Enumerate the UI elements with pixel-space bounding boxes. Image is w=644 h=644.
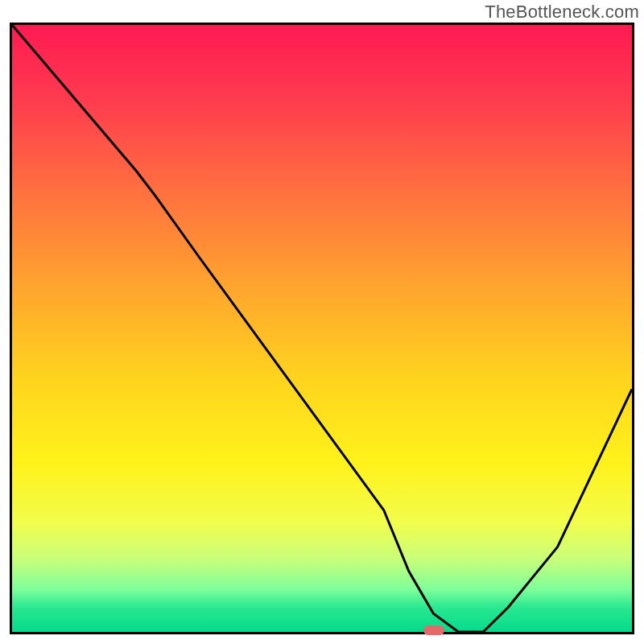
bottleneck-curve	[12, 25, 632, 632]
chart-container: TheBottleneck.com	[0, 0, 644, 644]
curve-path	[12, 25, 632, 632]
watermark-text: TheBottleneck.com	[485, 2, 639, 23]
plot-frame	[10, 23, 634, 634]
optimal-point-marker	[423, 625, 444, 635]
